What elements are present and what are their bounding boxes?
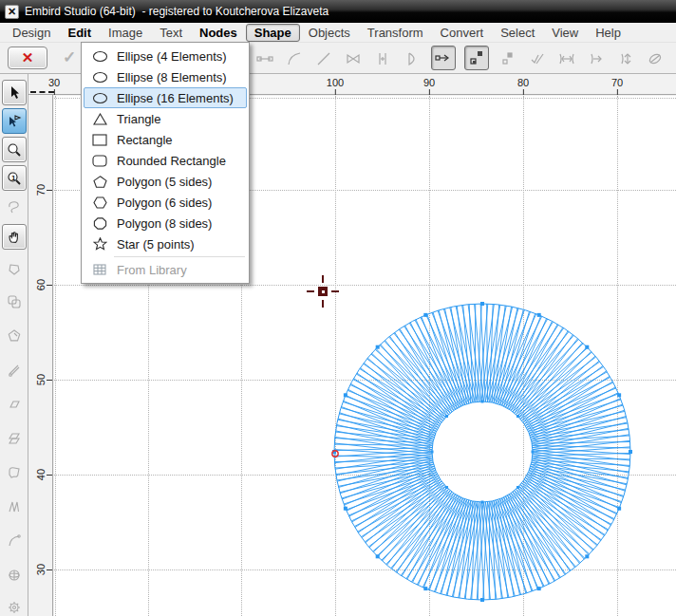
ruler-label: 70 <box>611 77 623 88</box>
ruler-label: 90 <box>423 77 435 88</box>
knife-tool <box>2 357 27 383</box>
ellipse-icon <box>84 92 115 104</box>
segment-icon <box>254 47 275 70</box>
shape-menu-dropdown: Ellipse (4 Elements) Ellipse (8 Elements… <box>81 42 250 284</box>
menu-item-star[interactable]: Star (5 points) <box>84 233 247 254</box>
menu-item-rounded-rectangle[interactable]: Rounded Rectangle <box>84 150 247 171</box>
small-squares-icon <box>498 47 518 70</box>
freehand-tool <box>2 256 27 282</box>
cancel-button[interactable]: ✕ <box>8 47 47 69</box>
menu-item-from-library: From Library <box>84 259 247 280</box>
ruler-label: 60 <box>35 272 47 297</box>
join-nodes-button[interactable] <box>431 46 456 70</box>
ruler-label: 30 <box>48 77 60 88</box>
menu-convert[interactable]: Convert <box>432 24 493 42</box>
lasso-tool <box>2 194 27 219</box>
menu-item-polygon-5[interactable]: Polygon (5 sides) <box>84 171 247 192</box>
pattern-fill-button[interactable] <box>464 46 489 70</box>
menu-separator <box>114 256 245 257</box>
app-logo-icon: ✕ <box>5 5 19 19</box>
menu-item-triangle[interactable]: Triangle <box>84 108 247 129</box>
shift-right-icon <box>586 47 607 70</box>
check-line-icon <box>527 47 548 70</box>
curve-tool <box>2 528 27 553</box>
select-tool-button[interactable] <box>2 80 27 105</box>
menu-item-polygon-6[interactable]: Polygon (6 sides) <box>84 192 247 213</box>
marker-core <box>322 290 325 293</box>
outline-shapes-tool <box>2 289 27 314</box>
menu-image[interactable]: Image <box>100 24 151 42</box>
sphere-tool <box>2 562 27 588</box>
arc-icon <box>284 47 305 70</box>
octagon-icon <box>84 217 115 230</box>
menu-help[interactable]: Help <box>587 24 629 42</box>
menu-bar: Design Edit Image Text Nodes Shape Objec… <box>0 23 676 43</box>
menu-text[interactable]: Text <box>151 24 191 42</box>
title-bar[interactable]: ✕ Embird Studio (64-bit) - registered to… <box>0 0 676 23</box>
pentagon-icon <box>84 176 115 188</box>
apply-check-icon: ✓ <box>59 47 80 68</box>
star-icon <box>84 237 115 251</box>
menu-item-ellipse-4[interactable]: Ellipse (4 Elements) <box>84 46 247 66</box>
window-title: Embird Studio (64-bit) - registered to K… <box>25 5 329 18</box>
vertical-ruler: 70 60 50 40 30 <box>28 95 53 616</box>
ruler-label: 30 <box>35 557 47 582</box>
library-grid-icon <box>84 264 115 275</box>
triangle-icon <box>84 113 115 125</box>
stacked-shapes-tool <box>2 425 27 451</box>
flip-icon <box>343 47 364 70</box>
insert-node-icon <box>372 47 393 70</box>
menu-select[interactable]: Select <box>492 24 543 42</box>
menu-item-rectangle[interactable]: Rectangle <box>84 129 247 150</box>
expand-width-icon <box>556 47 577 70</box>
menu-item-polygon-8[interactable]: Polygon (8 sides) <box>84 213 247 233</box>
menu-item-ellipse-8[interactable]: Ellipse (8 Elements) <box>84 66 247 87</box>
ruler-origin-marker <box>30 91 54 93</box>
gear-tool <box>2 594 27 616</box>
line-icon <box>313 47 334 70</box>
ruler-label: 40 <box>35 462 47 487</box>
ruler-label: 80 <box>517 77 529 88</box>
shape-d-icon <box>402 47 422 70</box>
menu-objects[interactable]: Objects <box>300 24 359 42</box>
closed-shape-tool <box>2 459 27 485</box>
menu-item-ellipse-16[interactable]: Ellipse (16 Elements) <box>84 87 247 108</box>
ruler-label: 100 <box>327 77 344 88</box>
svg-text:1: 1 <box>11 173 16 181</box>
rounded-rectangle-icon <box>84 155 115 167</box>
pan-tool-button[interactable] <box>2 224 27 250</box>
menu-transform[interactable]: Transform <box>359 24 432 42</box>
ruler-label: 50 <box>35 367 47 392</box>
ruler-label: 70 <box>35 177 47 202</box>
oval-slash-icon <box>645 47 666 70</box>
embird-studio-window: ✕ Embird Studio (64-bit) - registered to… <box>0 0 676 616</box>
menu-shape[interactable]: Shape <box>246 24 300 42</box>
rectangle-icon <box>84 134 115 146</box>
edit-nodes-tool-button[interactable] <box>2 108 27 134</box>
zoom-tool-button[interactable] <box>2 137 27 162</box>
ellipse-icon <box>84 71 115 84</box>
zigzag-tool <box>2 494 27 519</box>
tools-sidebar: 1 <box>0 74 28 616</box>
parallelogram-tool <box>2 391 27 417</box>
menu-edit[interactable]: Edit <box>59 24 100 42</box>
ellipse-icon <box>84 50 115 63</box>
expand-height-icon <box>615 47 636 70</box>
zoom-actual-tool-button[interactable]: 1 <box>2 165 27 191</box>
hexagon-icon <box>84 196 115 209</box>
menu-view[interactable]: View <box>543 24 587 42</box>
rotate-shape-tool <box>2 323 27 348</box>
menu-nodes[interactable]: Nodes <box>191 24 246 42</box>
menu-design[interactable]: Design <box>4 24 59 42</box>
